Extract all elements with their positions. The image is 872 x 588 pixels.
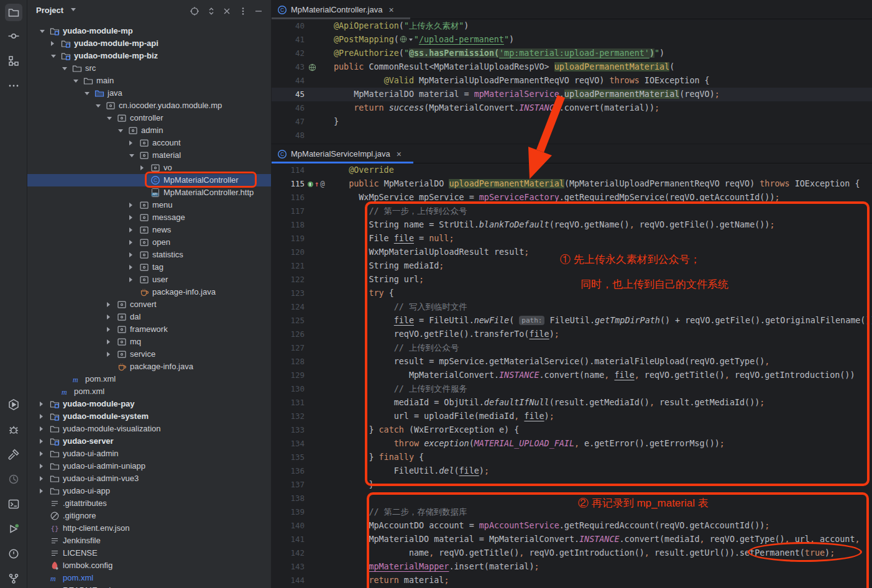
code-line-40[interactable]: 40@ApiOperation("上传永久素材") (272, 19, 872, 33)
version-control-icon[interactable] (5, 570, 22, 587)
code-line-137[interactable]: 137 } (272, 478, 872, 492)
tree-item-convert[interactable]: convert (27, 298, 272, 311)
tree-item-tag[interactable]: tag (27, 261, 272, 273)
tree-item-mpmaterialcontroller.http[interactable]: APIMpMaterialController.http (27, 186, 272, 199)
tree-item-mpmaterialcontroller[interactable]: CMpMaterialController (27, 174, 272, 186)
tree-item-yudao-module-pay[interactable]: yudao-module-pay (27, 398, 272, 410)
chevron-expanded-icon[interactable] (96, 104, 101, 108)
code-line-134[interactable]: 134 throw exception(MATERIAL_UPLOAD_FAIL… (272, 437, 872, 451)
tab-mpmaterialcontroller[interactable]: C MpMaterialController.java × (272, 0, 400, 19)
tree-item-pom.xml[interactable]: mpom.xml (27, 373, 272, 385)
chevron-collapsed-icon[interactable] (107, 327, 110, 332)
chevron-expanded-icon[interactable] (129, 154, 134, 157)
code-line-131[interactable]: 131 mediaId = ObjUtil.defaultIfNull(resu… (272, 396, 872, 410)
chevron-collapsed-icon[interactable] (40, 414, 43, 419)
code-line-116[interactable]: 116 WxMpService mpService = mpServiceFac… (272, 191, 872, 204)
http-request-gutter-icon[interactable] (308, 62, 317, 72)
chevron-collapsed-icon[interactable] (129, 227, 132, 232)
code-line-125[interactable]: 125 file = FileUtil.newFile( path: FileU… (272, 314, 872, 328)
code-line-121[interactable]: 121 String mediaId; (272, 259, 872, 273)
code-line-135[interactable]: 135 } finally { (272, 451, 872, 464)
code-line-141[interactable]: 141 MpMaterialDO material = MpMaterialCo… (272, 533, 872, 546)
chevron-collapsed-icon[interactable] (129, 203, 132, 208)
chevron-collapsed-icon[interactable] (129, 265, 132, 270)
tree-item-readme.md[interactable]: README.md (27, 584, 272, 588)
tree-item-src[interactable]: src (27, 62, 272, 75)
code-line-46[interactable]: 46 return success(MpMaterialConvert.INST… (272, 101, 872, 115)
commit-icon[interactable] (5, 27, 22, 45)
structure-icon[interactable] (5, 52, 22, 70)
overrides-gutter-icon[interactable]: ↑@ (308, 179, 324, 189)
run-icon[interactable] (5, 396, 22, 413)
tree-item-package-info.java[interactable]: package-info.java (27, 286, 272, 298)
close-icon[interactable]: × (388, 5, 393, 15)
tree-item-account[interactable]: account (27, 137, 272, 149)
chevron-collapsed-icon[interactable] (129, 252, 132, 257)
code-line-124[interactable]: 124 // 写入到临时文件 (272, 300, 872, 314)
code-line-133[interactable]: 133 } catch (WxErrorException e) { (272, 423, 872, 437)
tree-item-yudao-ui-app[interactable]: yudao-ui-app (27, 485, 272, 497)
chevron-collapsed-icon[interactable] (129, 240, 132, 245)
code-line-45[interactable]: 45 MpMaterialDO material = mpMaterialSer… (272, 88, 872, 101)
tree-item-lombok.config[interactable]: lombok.config (27, 559, 272, 572)
code-line-114[interactable]: 114 @Override (272, 163, 872, 177)
code-line-48[interactable]: 48 (272, 129, 872, 142)
tree-item-yudao-module-visualization[interactable]: yudao-module-visualization (27, 423, 272, 435)
chevron-collapsed-icon[interactable] (129, 140, 132, 145)
tree-item-yudao-module-mp-biz[interactable]: yudao-module-mp-biz (27, 50, 272, 62)
collapse-all-icon[interactable] (221, 6, 232, 17)
tree-item-yudao-ui-admin-uniapp[interactable]: yudao-ui-admin-uniapp (27, 460, 272, 472)
chevron-collapsed-icon[interactable] (40, 489, 43, 494)
code-area-controller[interactable]: 40@ApiOperation("上传永久素材")41@PostMapping(… (272, 19, 872, 142)
chevron-collapsed-icon[interactable] (107, 339, 110, 344)
tree-item-controller[interactable]: controller (27, 112, 272, 124)
chevron-collapsed-icon[interactable] (40, 476, 43, 481)
problems-icon[interactable] (5, 545, 22, 563)
chevron-expanded-icon[interactable] (85, 92, 89, 95)
debug-icon[interactable] (5, 421, 22, 438)
chevron-collapsed-icon[interactable] (107, 315, 110, 319)
expand-all-icon[interactable] (206, 6, 217, 17)
tree-item-news[interactable]: news (27, 224, 272, 236)
code-line-129[interactable]: 129 MpMaterialConvert.INSTANCE.convert(n… (272, 369, 872, 382)
tree-item-yudao-module-mp[interactable]: yudao-module-mp (27, 25, 272, 37)
code-line-118[interactable]: 118 String name = StrUtil.blankToDefault… (272, 218, 872, 232)
tree-item-.gitattributes[interactable]: .gitattributes (27, 497, 272, 510)
chevron-collapsed-icon[interactable] (129, 215, 132, 220)
code-line-132[interactable]: 132 url = uploadFile(mediaId, file); (272, 410, 872, 423)
project-folder-icon[interactable] (5, 4, 22, 21)
tree-item-service[interactable]: service (27, 348, 272, 361)
code-line-119[interactable]: 119 File file = null; (272, 232, 872, 246)
chevron-collapsed-icon[interactable] (51, 41, 54, 46)
code-line-143[interactable]: 143 mpMaterialMapper.insert(material); (272, 560, 872, 574)
profiler-icon[interactable] (5, 471, 22, 488)
build-icon[interactable] (5, 446, 22, 463)
chevron-expanded-icon[interactable] (51, 55, 56, 58)
chevron-collapsed-icon[interactable] (107, 302, 110, 307)
tree-item-main[interactable]: main (27, 75, 272, 87)
project-panel-title[interactable]: Project (36, 6, 63, 15)
code-line-144[interactable]: 144 return material; (272, 574, 872, 587)
code-line-42[interactable]: 42@PreAuthorize("@ss.hasPermission('mp:m… (272, 47, 872, 60)
tree-item-pom.xml[interactable]: mpom.xml (27, 385, 272, 398)
code-line-140[interactable]: 140 MpAccountDO account = mpAccountServi… (272, 519, 872, 533)
code-line-136[interactable]: 136 FileUtil.del(file); (272, 464, 872, 478)
tree-item-yudao-ui-admin[interactable]: yudao-ui-admin (27, 448, 272, 460)
hide-panel-icon[interactable] (253, 6, 264, 17)
tree-item-menu[interactable]: menu (27, 199, 272, 211)
tree-item-admin[interactable]: admin (27, 124, 272, 137)
more-tools-icon[interactable] (5, 77, 22, 94)
tree-item-jenkinsfile[interactable]: Jenkinsfile (27, 535, 272, 547)
terminal-icon[interactable] (5, 495, 22, 513)
chevron-collapsed-icon[interactable] (40, 426, 43, 431)
tree-item-mq[interactable]: mq (27, 336, 272, 348)
code-line-43[interactable]: 43public CommonResult<MpMaterialUploadRe… (272, 60, 872, 74)
tree-item-framework[interactable]: framework (27, 323, 272, 336)
tree-item-yudao-module-system[interactable]: yudao-module-system (27, 410, 272, 423)
tree-item-yudao-module-mp-api[interactable]: yudao-module-mp-api (27, 37, 272, 50)
chevron-collapsed-icon[interactable] (40, 464, 43, 469)
tree-item-package-info.java[interactable]: package-info.java (27, 361, 272, 373)
tree-item-license[interactable]: LICENSE (27, 547, 272, 559)
code-line-120[interactable]: 120 WxMpMaterialUploadResult result; (272, 246, 872, 259)
code-line-41[interactable]: 41@PostMapping("/upload-permanent") (272, 33, 872, 47)
